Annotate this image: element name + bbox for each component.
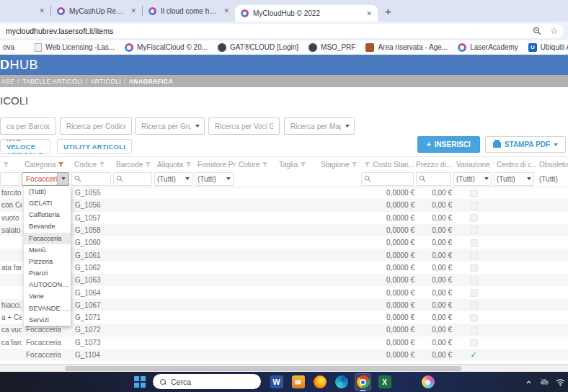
variation-checkbox[interactable] [470, 190, 478, 197]
filter-input-field[interactable] [65, 122, 127, 131]
column-label[interactable]: Stagione [321, 161, 349, 169]
column-search-box[interactable] [113, 172, 152, 186]
variation-checkbox[interactable] [470, 264, 478, 272]
filter-funnel-icon[interactable] [300, 161, 306, 168]
dropdown-option[interactable]: AUTOCONSUMO [24, 279, 71, 290]
filter-funnel-icon[interactable] [145, 161, 151, 168]
breadcrumb-item[interactable]: TABELLE ARTICOLI [22, 78, 83, 85]
filter-input-field[interactable] [289, 122, 342, 131]
column-header[interactable]: Fornitore Pr... [195, 157, 236, 172]
chevron-up-icon[interactable] [525, 378, 533, 386]
column-select-filter[interactable]: (Tutti) [453, 172, 492, 186]
filter-funnel-icon[interactable] [351, 161, 358, 168]
bookmark-item[interactable]: ova [3, 43, 14, 51]
column-label[interactable]: Taglia [279, 161, 298, 169]
column-header[interactable] [0, 157, 22, 172]
explorer-taskbar-icon[interactable] [398, 373, 414, 391]
bookmark-item[interactable]: UUbiquiti Account [528, 43, 568, 52]
table-row[interactable]: vuoto G_1057 0,0000 € 0,00 € [0, 212, 568, 224]
column-label[interactable]: Prezzo di... [416, 161, 452, 169]
filter-input-3[interactable] [208, 117, 280, 135]
dropdown-option[interactable]: (Tutti) [24, 186, 71, 197]
dropdown-option[interactable]: Focacceria [24, 233, 71, 244]
search-icon[interactable] [364, 175, 371, 182]
filter-input-field[interactable] [213, 122, 275, 131]
column-select-filter[interactable]: (Tutti) [536, 172, 566, 186]
column-header[interactable]: Colore [236, 157, 276, 172]
column-select-filter[interactable]: (Tutti) [195, 172, 234, 186]
search-icon[interactable] [116, 175, 123, 182]
table-row[interactable]: ca vuota Focacceria G_1072 0,0000 € 0,00… [0, 324, 568, 336]
breadcrumb-item[interactable]: ARTICOLI [91, 78, 121, 85]
column-label[interactable]: Obsoleto [539, 161, 568, 169]
filter-input-field[interactable] [140, 122, 192, 131]
variation-checkbox[interactable] [470, 226, 478, 234]
browser-tab-partial[interactable]: ✕ [0, 0, 50, 22]
column-filter-box[interactable] [0, 172, 19, 186]
table-row[interactable]: G_1063 0,0000 € 0,00 € [0, 274, 568, 286]
column-label[interactable]: Costo Stan... [373, 161, 414, 169]
dropdown-option[interactable]: Servizi [24, 314, 71, 326]
cloud-off-icon[interactable] [539, 378, 549, 386]
variation-checkbox[interactable] [470, 214, 478, 222]
bookmark-item[interactable]: Area riservata - Age... [365, 43, 448, 52]
table-row[interactable]: salato G_1058 0,0000 € 0,00 € [0, 224, 568, 236]
column-label[interactable]: Colore [239, 161, 259, 169]
column-label[interactable]: Categoria [25, 161, 56, 169]
wifi-icon[interactable] [556, 378, 565, 386]
filter-input-4[interactable] [284, 117, 355, 135]
filter-funnel-icon[interactable] [99, 161, 105, 168]
column-label[interactable]: Barcode [116, 161, 143, 169]
tab-close-icon[interactable]: ✕ [39, 7, 45, 14]
variation-checkbox[interactable] [470, 202, 478, 210]
address-bar[interactable]: mycloudhubrev.lasersoft.it/items ☆ [0, 24, 564, 38]
chrome-taskbar-icon[interactable] [355, 373, 371, 391]
start-button[interactable] [134, 376, 146, 388]
zoom-icon[interactable] [533, 27, 541, 35]
table-row[interactable]: a + Ce... G_1071 0,0000 € 0,00 € [0, 311, 568, 324]
utility-articles-button[interactable]: UTILITY ARTICOLI [57, 139, 132, 154]
insert-button[interactable]: +INSERISCI [417, 136, 480, 153]
filter-input-1[interactable] [60, 117, 132, 135]
browser-tab-mycloudhub-active[interactable]: MyCloudHub © 2022 ✕ [235, 5, 378, 22]
column-search-box[interactable] [71, 172, 111, 186]
variation-checkbox[interactable] [470, 314, 478, 322]
variation-checkbox[interactable] [470, 277, 478, 285]
categoria-filter-box[interactable]: Focacceria [22, 172, 69, 186]
horizontal-scrollbar[interactable] [0, 364, 568, 372]
chevron-down-icon[interactable] [195, 125, 200, 128]
search-icon[interactable] [74, 175, 81, 182]
column-header[interactable]: Categoria [22, 157, 71, 172]
outlook-taskbar-icon[interactable]: ✉ [290, 373, 306, 391]
print-pdf-button[interactable]: STAMPA PDF [485, 136, 566, 153]
column-select-filter[interactable]: (Tutti) [154, 172, 192, 186]
dropdown-option[interactable]: Pranzi [24, 267, 71, 279]
edge-taskbar-icon[interactable] [333, 373, 350, 391]
column-label[interactable]: Aliquota [157, 161, 183, 169]
filter-funnel-icon[interactable] [262, 161, 268, 168]
table-row[interactable]: G_1060 0,0000 € 0,00 € [0, 236, 568, 249]
variation-checkbox[interactable] [470, 251, 478, 259]
table-row[interactable]: con Ce... G_1056 0,0000 € 0,00 € [0, 199, 568, 211]
table-row[interactable]: G_1064 0,0000 € 0,00 € [0, 286, 568, 298]
bookmark-item[interactable]: Web Licensing -Las... [35, 43, 115, 52]
chevron-down-icon[interactable] [345, 125, 350, 128]
bookmark-item[interactable]: MSO_PRF [309, 43, 355, 52]
table-row[interactable]: farcito G_1055 0,0000 € 0,00 € [0, 187, 568, 199]
paint-taskbar-icon[interactable] [420, 373, 436, 391]
filter-funnel-icon[interactable] [58, 161, 64, 168]
dropdown-option[interactable]: Bevande [24, 220, 71, 232]
column-label[interactable]: Centro di c... [497, 161, 536, 169]
url-text[interactable]: mycloudhubrev.lasersoft.it/items [6, 27, 524, 35]
bookmark-item[interactable]: GAT®CLOUD [Login] [218, 43, 298, 52]
column-label[interactable]: Codice [74, 161, 97, 169]
column-header[interactable]: Centro di c... [494, 157, 536, 172]
categoria-filter-value[interactable]: Focacceria [22, 175, 57, 183]
variation-checkbox[interactable] [470, 239, 478, 247]
variation-checkbox[interactable] [470, 289, 478, 297]
new-tab-button[interactable]: + [378, 5, 399, 17]
dropdown-option[interactable]: Pizzeria [24, 256, 71, 267]
filter-funnel-icon[interactable] [3, 161, 9, 168]
column-label[interactable]: Variazione [456, 161, 490, 169]
variation-checkbox[interactable] [470, 339, 478, 347]
